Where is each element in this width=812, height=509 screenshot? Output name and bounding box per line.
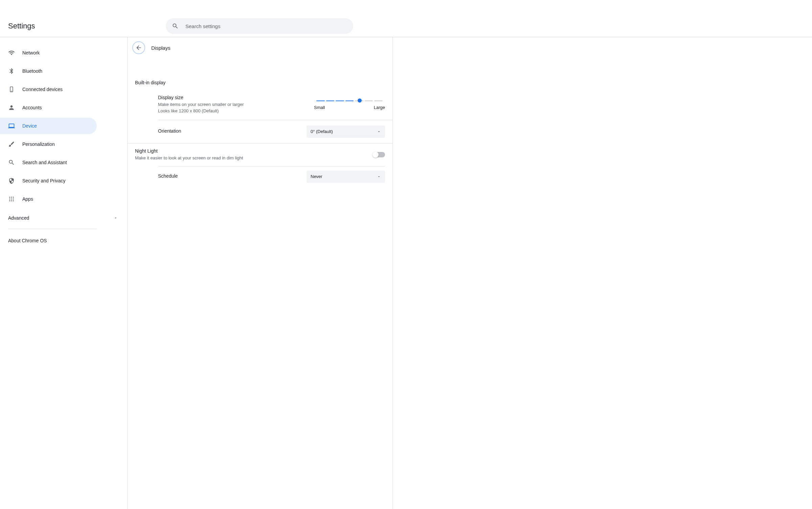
sidebar-item-personalization[interactable]: Personalization <box>0 136 127 152</box>
sidebar-item-security[interactable]: Security and Privacy <box>0 173 127 189</box>
display-size-slider[interactable]: Small Large <box>314 100 385 110</box>
laptop-icon <box>8 123 15 129</box>
display-size-title: Display size <box>158 95 244 100</box>
orientation-row: Orientation 0° (Default) <box>128 120 392 143</box>
night-light-title: Night Light <box>135 148 243 154</box>
sidebar-separator <box>8 229 97 229</box>
advanced-label: Advanced <box>8 215 29 221</box>
slider-thumb[interactable] <box>358 98 362 103</box>
sidebar-item-label: Bluetooth <box>22 68 42 74</box>
search-input[interactable] <box>185 23 347 29</box>
sidebar-item-label: Personalization <box>22 141 55 147</box>
bluetooth-icon <box>8 68 15 74</box>
sidebar-item-label: Device <box>22 123 37 129</box>
svg-point-11 <box>13 199 14 200</box>
wifi-icon <box>8 49 15 56</box>
page-subheader: Displays <box>128 37 392 58</box>
apps-grid-icon <box>8 196 15 202</box>
back-button[interactable] <box>132 41 145 54</box>
orientation-title: Orientation <box>158 128 181 134</box>
main-content: Displays Built-in display Display size M… <box>127 37 393 509</box>
display-size-row: Display size Make items on your screen s… <box>158 89 392 120</box>
search-box[interactable] <box>166 18 353 34</box>
sidebar-advanced[interactable]: Advanced <box>0 210 127 226</box>
sidebar-item-label: Security and Privacy <box>22 178 66 183</box>
svg-point-12 <box>9 200 10 201</box>
svg-point-8 <box>13 197 14 198</box>
slider-min-label: Small <box>314 105 325 110</box>
sidebar-item-label: Search and Assistant <box>22 160 67 165</box>
shield-icon <box>8 177 15 184</box>
sidebar-item-accounts[interactable]: Accounts <box>0 99 127 116</box>
svg-point-10 <box>11 199 12 200</box>
orientation-value: 0° (Default) <box>311 129 333 134</box>
sidebar-item-label: Network <box>22 50 40 56</box>
night-light-row: Night Light Make it easier to look at yo… <box>128 143 392 166</box>
night-light-toggle[interactable] <box>373 152 385 157</box>
display-size-subtitle: Make items on your screen smaller or lar… <box>158 102 244 108</box>
schedule-dropdown[interactable]: Never <box>307 171 385 183</box>
sidebar-item-label: Apps <box>22 196 33 202</box>
sidebar-item-label: Accounts <box>22 105 42 110</box>
sidebar-item-search-assistant[interactable]: Search and Assistant <box>0 154 127 171</box>
svg-point-13 <box>11 200 12 201</box>
display-size-resolution: Looks like 1200 x 800 (Default) <box>158 108 244 114</box>
slider-max-label: Large <box>374 105 385 110</box>
chevron-down-icon <box>377 130 381 134</box>
svg-point-14 <box>13 200 14 201</box>
page-title: Displays <box>151 45 171 51</box>
person-icon <box>8 104 15 111</box>
sidebar-item-connected-devices[interactable]: Connected devices <box>0 81 127 97</box>
sidebar-item-network[interactable]: Network <box>0 45 127 61</box>
sidebar: Network Bluetooth Connected devices Acco… <box>0 37 127 509</box>
section-title: Built-in display <box>128 58 392 89</box>
night-light-subtitle: Make it easier to look at your screen or… <box>135 155 243 161</box>
schedule-title: Schedule <box>158 173 178 179</box>
sidebar-item-bluetooth[interactable]: Bluetooth <box>0 63 127 79</box>
search-icon <box>172 23 179 29</box>
brush-icon <box>8 141 15 148</box>
sidebar-item-label: Connected devices <box>22 87 63 92</box>
about-label: About Chrome OS <box>8 238 47 243</box>
svg-point-6 <box>9 197 10 198</box>
app-title: Settings <box>8 22 35 30</box>
schedule-row: Schedule Never <box>158 166 385 187</box>
chevron-down-icon <box>114 216 118 220</box>
sidebar-about[interactable]: About Chrome OS <box>0 233 127 249</box>
app-header: Settings <box>0 0 812 37</box>
sidebar-item-device[interactable]: Device <box>0 118 97 134</box>
toggle-knob <box>373 152 379 158</box>
phone-icon <box>8 86 15 93</box>
search-icon <box>8 159 15 166</box>
sidebar-item-apps[interactable]: Apps <box>0 191 127 207</box>
schedule-value: Never <box>311 174 322 179</box>
arrow-back-icon <box>135 44 142 51</box>
orientation-dropdown[interactable]: 0° (Default) <box>307 126 385 138</box>
svg-point-9 <box>9 199 10 200</box>
svg-point-7 <box>11 197 12 198</box>
chevron-down-icon <box>377 175 381 179</box>
